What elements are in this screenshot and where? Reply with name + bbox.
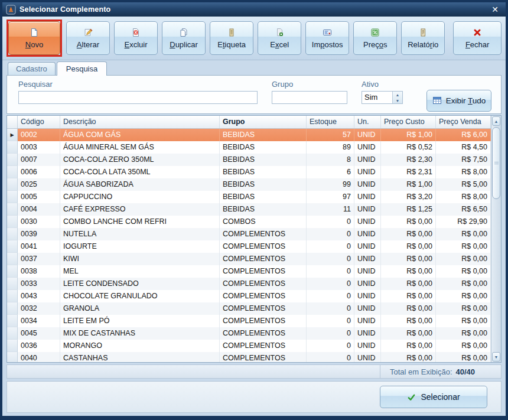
vertical-scrollbar[interactable]: ▲ ▼ [491, 116, 501, 362]
cell-preco-custo: R$ 1,25 [381, 203, 436, 216]
cell-preco-venda: R$ 0,00 [436, 327, 491, 340]
duplicar-label: Duplicar [170, 40, 198, 49]
table-row[interactable]: 0040 CASTANHAS COMPLEMENTOS 0 UNID R$ 0,… [7, 352, 491, 362]
cell-grupo: COMPLEMENTOS [220, 290, 307, 302]
table-row[interactable]: ▶ 0002 ÁGUA COM GÁS BEBIDAS 57 UNID R$ 1… [7, 129, 491, 141]
cell-descricao: ÁGUA COM GÁS [60, 129, 220, 141]
header-estoque[interactable]: Estoque [307, 116, 354, 128]
close-button[interactable]: ✕ [488, 4, 502, 15]
table-row[interactable]: 0005 CAPPUCCINO BEBIDAS 97 UNID R$ 3,20 … [7, 191, 491, 203]
row-gutter-cell [7, 178, 18, 191]
cell-un: UNID [354, 191, 381, 203]
app-icon [6, 5, 16, 15]
excel-button[interactable]: Excel [258, 21, 301, 55]
table-row[interactable]: 0038 MEL COMPLEMENTOS 0 UNID R$ 0,00 R$ … [7, 265, 491, 278]
duplicate-pages-icon [179, 28, 188, 38]
cell-grupo: COMBOS [220, 216, 307, 228]
etiqueta-button[interactable]: Etiqueta [210, 21, 253, 55]
novo-label: Novo [25, 40, 43, 49]
table-row[interactable]: 0045 MIX DE CASTANHAS COMPLEMENTOS 0 UNI… [7, 327, 491, 340]
table-row[interactable]: 0025 ÁGUA SABORIZADA BEBIDAS 99 UNID R$ … [7, 178, 491, 191]
spinner-down-icon[interactable]: ▼ [393, 97, 402, 103]
header-un[interactable]: Un. [354, 116, 381, 128]
cell-descricao: LEITE CONDENSADO [60, 278, 220, 290]
row-gutter-cell [7, 191, 18, 203]
pesquisar-label: Pesquisar [18, 80, 258, 89]
impostos-button[interactable]: Impostos [305, 21, 349, 55]
alterar-button[interactable]: Alterar [66, 21, 110, 55]
duplicar-button[interactable]: Duplicar [162, 21, 206, 55]
excluir-button[interactable]: Excluir [114, 21, 158, 55]
row-gutter-cell [7, 265, 18, 278]
cell-codigo: 0037 [18, 253, 60, 265]
cell-estoque: 6 [307, 166, 354, 178]
table-row[interactable]: 0032 GRANOLA COMPLEMENTOS 0 UNID R$ 0,00… [7, 302, 491, 315]
cell-grupo: COMPLEMENTOS [220, 315, 307, 327]
relatorio-button[interactable]: Relatório [401, 21, 445, 55]
novo-button[interactable]: Novo [8, 21, 60, 55]
precos-button[interactable]: Preços [353, 21, 397, 55]
cell-un: UNID [354, 290, 381, 302]
selecionar-button[interactable]: Selecionar [380, 386, 487, 408]
table-row[interactable]: 0036 MORANGO COMPLEMENTOS 0 UNID R$ 0,00… [7, 340, 491, 352]
cell-estoque: 0 [307, 302, 354, 315]
pesquisar-input[interactable] [18, 91, 258, 104]
header-preco-custo[interactable]: Preço Custo [381, 116, 436, 128]
report-document-icon [418, 28, 428, 38]
grupo-input[interactable] [272, 91, 347, 104]
label-tag-icon [227, 28, 236, 38]
table-row[interactable]: 0030 COMBO LANCHE COM REFRI COMBOS 0 UNI… [7, 216, 491, 228]
cell-un: UNID [354, 203, 381, 216]
scrollbar-thumb[interactable] [492, 127, 500, 199]
ativo-select[interactable]: Sim ▲ ▼ [362, 91, 403, 104]
scrollbar-track[interactable] [491, 126, 501, 351]
table-row[interactable]: 0006 COCA-COLA LATA 350ML BEBIDAS 6 UNID… [7, 166, 491, 178]
row-gutter-cell: ▶ [7, 129, 18, 141]
header-grupo[interactable]: Grupo [220, 116, 307, 128]
grid-table-icon [432, 96, 442, 105]
excel-export-icon [275, 28, 284, 38]
precos-label: Preços [363, 40, 387, 49]
table-row[interactable]: 0043 CHOCOLATE GRANULADO COMPLEMENTOS 0 … [7, 290, 491, 302]
scroll-down-icon[interactable]: ▼ [492, 352, 500, 362]
cell-descricao: CASTANHAS [60, 352, 220, 362]
header-preco-venda[interactable]: Preço Venda [436, 116, 491, 128]
cell-codigo: 0033 [18, 278, 60, 290]
cell-grupo: COMPLEMENTOS [220, 265, 307, 278]
row-gutter-cell [7, 302, 18, 315]
header-codigo[interactable]: Código [18, 116, 60, 128]
scroll-up-icon[interactable]: ▲ [492, 116, 500, 126]
cell-codigo: 0039 [18, 228, 60, 240]
cell-preco-venda: R$ 4,50 [436, 141, 491, 154]
tab-strip: Cadastro Pesquisa [2, 60, 506, 75]
table-row[interactable]: 0037 KIWI COMPLEMENTOS 0 UNID R$ 0,00 R$… [7, 253, 491, 265]
table-row[interactable]: 0039 NUTELLA COMPLEMENTOS 0 UNID R$ 0,00… [7, 228, 491, 240]
cell-estoque: 0 [307, 228, 354, 240]
exibir-tudo-button[interactable]: Exibir Tudo [426, 90, 491, 112]
table-row[interactable]: 0003 ÁGUA MINERAL SEM GÁS BEBIDAS 89 UNI… [7, 141, 491, 154]
cell-preco-venda: R$ 29,90 [436, 216, 491, 228]
cell-preco-custo: R$ 0,00 [381, 265, 436, 278]
cell-un: UNID [354, 327, 381, 340]
table-row[interactable]: 0033 LEITE CONDENSADO COMPLEMENTOS 0 UNI… [7, 278, 491, 290]
cell-un: UNID [354, 166, 381, 178]
table-row[interactable]: 0004 CAFÉ EXPRESSO BEBIDAS 11 UNID R$ 1,… [7, 203, 491, 216]
table-row[interactable]: 0034 LEITE EM PÓ COMPLEMENTOS 0 UNID R$ … [7, 315, 491, 327]
alterar-label: Alterar [77, 40, 99, 49]
excel-label: Excel [270, 40, 289, 49]
title-bar[interactable]: Selecionar Complemento ✕ [2, 2, 506, 17]
tab-pesquisa[interactable]: Pesquisa [57, 61, 107, 76]
table-row[interactable]: 0007 COCA-COLA ZERO 350ML BEBIDAS 8 UNID… [7, 154, 491, 166]
cell-grupo: COMPLEMENTOS [220, 228, 307, 240]
fechar-button[interactable]: Fechar [453, 21, 502, 55]
tab-cadastro[interactable]: Cadastro [8, 62, 56, 75]
cell-estoque: 99 [307, 178, 354, 191]
cell-estoque: 0 [307, 290, 354, 302]
header-descricao[interactable]: Descrição [60, 116, 220, 128]
ativo-label: Ativo [362, 80, 403, 89]
row-gutter-cell [7, 141, 18, 154]
table-row[interactable]: 0041 IOGURTE COMPLEMENTOS 0 UNID R$ 0,00… [7, 240, 491, 253]
exibir-tudo-label: Exibir Tudo [446, 96, 486, 105]
cell-un: UNID [354, 240, 381, 253]
spinner-up-icon[interactable]: ▲ [393, 92, 402, 97]
